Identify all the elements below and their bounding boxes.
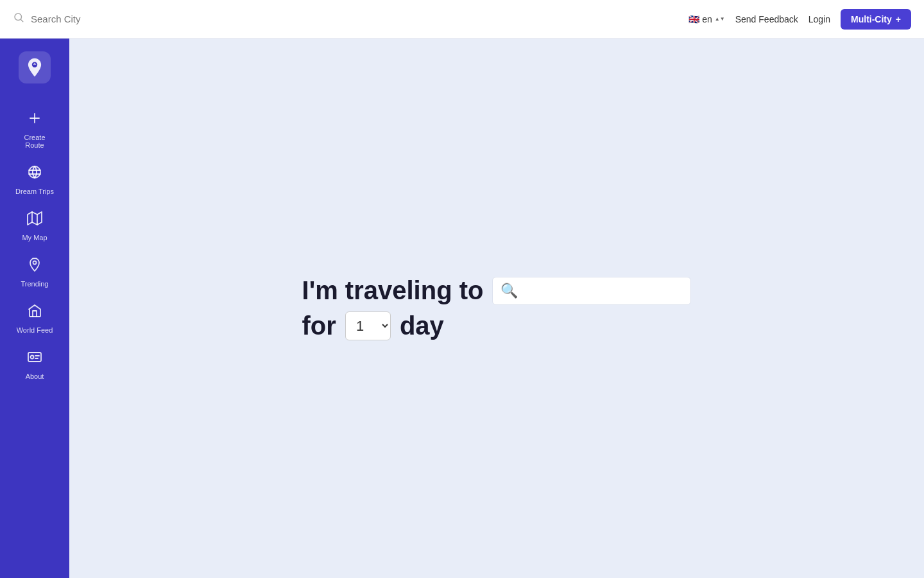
sidebar-label-world-feed: World Feed [17,326,53,334]
multi-city-button[interactable]: Multi-City + [841,9,911,30]
main-layout: CreateRoute Dream Trips M [0,39,924,578]
content-area: I'm traveling tofor12345678910day [69,39,924,578]
prompt-traveling-to: I'm traveling to [302,276,484,305]
svg-point-13 [31,356,34,359]
multi-city-label: Multi-City [851,14,892,24]
sidebar-label-dream-trips: Dream Trips [15,188,54,195]
prompt-line2: for12345678910day [302,311,444,340]
location-pin-icon [27,257,42,276]
lang-code: en [702,14,712,24]
svg-point-11 [33,261,37,265]
prompt-line1: I'm traveling to [302,276,692,305]
prompt-for-label: for [302,311,336,340]
prompt-day-label: day [400,311,444,340]
sidebar-label-trending: Trending [21,280,48,288]
id-card-icon [27,349,42,369]
flag-emoji: 🇬🇧 [689,14,699,24]
days-select[interactable]: 12345678910 [345,311,391,340]
sidebar-item-trending[interactable]: Trending [0,249,69,295]
sidebar-label-my-map: My Map [22,234,47,241]
travel-prompt: I'm traveling tofor12345678910day [302,276,692,340]
search-city-input[interactable] [31,13,223,24]
header: 🇬🇧 en ▲▼ Send Feedback Login Multi-City … [0,0,924,39]
sidebar-item-dream-trips[interactable]: Dream Trips [0,157,69,203]
lang-arrows-icon: ▲▼ [715,17,725,22]
language-selector[interactable]: 🇬🇧 en ▲▼ [689,14,724,24]
svg-marker-8 [28,212,42,225]
home-icon [27,303,42,322]
sidebar-label-about: About [26,372,44,380]
svg-point-5 [29,166,40,178]
sidebar: CreateRoute Dream Trips M [0,39,69,578]
send-feedback-button[interactable]: Send Feedback [735,14,798,24]
sidebar-label-create-route: CreateRoute [24,134,45,149]
logo-pin-icon [24,57,45,78]
sidebar-item-create-route[interactable]: CreateRoute [0,103,69,157]
svg-line-1 [21,19,22,21]
sidebar-item-world-feed[interactable]: World Feed [0,295,69,342]
city-destination-input[interactable] [492,277,691,305]
globe-icon [27,164,42,184]
search-icon [13,12,24,26]
sidebar-item-my-map[interactable]: My Map [0,203,69,249]
svg-point-0 [15,13,22,21]
header-left [13,12,689,26]
plus-icon [27,110,42,130]
map-icon [27,211,42,230]
header-right: 🇬🇧 en ▲▼ Send Feedback Login Multi-City … [689,9,911,30]
sidebar-item-about[interactable]: About [0,342,69,388]
logo[interactable] [19,51,51,83]
multi-city-plus-icon: + [896,14,901,24]
login-button[interactable]: Login [809,14,830,24]
